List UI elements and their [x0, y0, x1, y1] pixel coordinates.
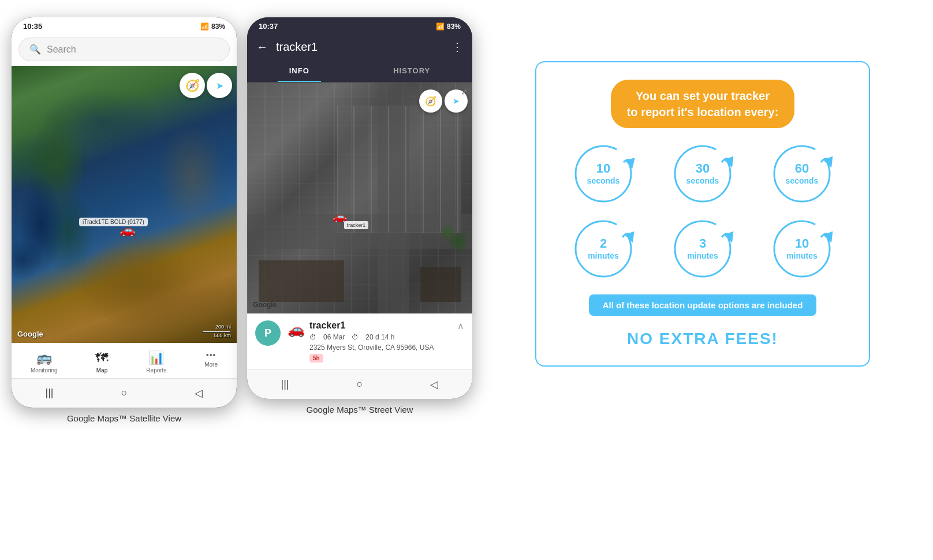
interval-2m: 2 minutes [559, 217, 647, 281]
phone2-status-icons: 📶 83% [436, 23, 461, 31]
monitoring-label: Monitoring [31, 367, 58, 374]
navigate-icon: ➤ [216, 80, 223, 91]
phone1-status-icons: 📶 83% [200, 23, 225, 31]
building-1 [259, 260, 344, 302]
scale-bottom: 500 km [214, 333, 231, 338]
tracker-tabs: INFO HISTORY [247, 61, 472, 83]
tracker-info-content: 🚗 tracker1 ⏱ 06 Mar ⏱ 20 d 14 h 2325 Mye… [288, 320, 450, 363]
phone2-caption: Google Maps™ Street View [307, 399, 413, 417]
interval-10m: 10 minutes [758, 217, 846, 281]
nav-more[interactable]: ••• More [199, 348, 223, 376]
car-device-icon: 🚗 [288, 322, 305, 338]
interval-10s-text: 10 seconds [587, 161, 620, 186]
tracker-pin-satellite: 🚗 [120, 223, 135, 238]
search-bar[interactable]: 🔍 Search [18, 38, 230, 61]
compass-button-2[interactable]: 🧭 [419, 89, 442, 113]
android-back[interactable]: ||| [34, 384, 65, 402]
monitoring-icon: 🚌 [36, 350, 52, 365]
street-map[interactable]: 🧭 ➤ 🚗 tracker1 Google ⤢ [247, 83, 472, 313]
tracker-details: tracker1 ⏱ 06 Mar ⏱ 20 d 14 h 2325 Myers… [309, 320, 450, 363]
no-fees-text: NO EXTRA FEES! [627, 330, 778, 348]
phones-container: 10:35 📶 83% 🔍 Search 🧭 [12, 12, 472, 425]
interval-10s-value: 10 [587, 161, 620, 176]
phone1-wrapper: 10:35 📶 83% 🔍 Search 🧭 [12, 12, 237, 425]
tab-info[interactable]: INFO [278, 61, 321, 82]
headline-text: You can set your trackerto report it's l… [627, 89, 779, 118]
android-nav-2: ||| ○ ◁ [247, 369, 472, 399]
search-bar-container: 🔍 Search [12, 33, 237, 66]
navigate-button[interactable]: ➤ [207, 73, 232, 98]
phone1-wifi-icon: 📶 [200, 23, 209, 31]
tracker-avatar: P [255, 320, 281, 346]
compass-icon-2: 🧭 [425, 96, 436, 107]
back-button[interactable]: ← [256, 40, 268, 54]
circle-2m-container: 2 minutes [572, 217, 635, 281]
phone2-wifi-icon: 📶 [436, 23, 445, 31]
circle-10m-container: 10 minutes [770, 217, 834, 281]
parking-lines [337, 106, 461, 233]
duration-icon: ⏱ [352, 333, 359, 341]
android-back-2[interactable]: ||| [270, 376, 301, 393]
nav-map[interactable]: 🗺 Map [89, 348, 114, 376]
search-icon: 🔍 [29, 44, 41, 55]
tracker-date: 06 Mar [323, 333, 345, 341]
interval-3m-text: 3 minutes [687, 236, 718, 261]
android-recent-2[interactable]: ◁ [419, 376, 450, 393]
interval-60s: 60 seconds [758, 142, 846, 206]
compass-button[interactable]: 🧭 [180, 73, 205, 98]
interval-10m-unit: minutes [786, 251, 818, 261]
map-icon: 🗺 [95, 350, 108, 365]
interval-2m-unit: minutes [588, 251, 619, 261]
interval-3m: 3 minutes [659, 217, 747, 281]
google-watermark-street: Google [253, 301, 277, 309]
reports-icon: 📊 [148, 350, 164, 365]
circle-10s-container: 10 seconds [572, 142, 635, 206]
tracker-address: 2325 Myers St, Oroville, CA 95966, USA [309, 344, 450, 352]
interval-3m-unit: minutes [687, 251, 718, 261]
headline-banner: You can set your trackerto report it's l… [611, 80, 795, 128]
phone1-status-bar: 10:35 📶 83% [12, 17, 237, 33]
info-panel: You can set your trackerto report it's l… [484, 12, 921, 416]
tracker-info-panel: P 🚗 tracker1 ⏱ 06 Mar ⏱ 20 d 14 h [247, 313, 472, 369]
nav-monitoring[interactable]: 🚌 Monitoring [25, 348, 64, 376]
phone2-status-bar: 10:37 📶 83% [247, 17, 472, 33]
no-fees-banner: All of these location update options are… [589, 294, 817, 316]
tree-2 [441, 221, 454, 244]
more-button[interactable]: ⋮ [451, 40, 463, 54]
nav-reports[interactable]: 📊 Reports [140, 348, 172, 376]
interval-30s-value: 30 [686, 161, 719, 176]
map-label: Map [96, 367, 107, 374]
android-nav-1: ||| ○ ◁ [12, 378, 237, 408]
tracker-header: ← tracker1 ⋮ [247, 33, 472, 61]
panel-expand-icon[interactable]: ∧ [457, 320, 464, 331]
reports-label: Reports [146, 367, 166, 374]
navigate-icon-2: ➤ [453, 96, 460, 106]
interval-30s-text: 30 seconds [686, 161, 719, 186]
banner-text: All of these location update options are… [603, 300, 803, 310]
phone2-time: 10:37 [259, 22, 278, 31]
avatar-letter: P [264, 327, 271, 339]
interval-3m-value: 3 [687, 236, 718, 251]
clock-icon: ⏱ [309, 333, 316, 341]
android-home-2[interactable]: ○ [345, 376, 375, 393]
google-watermark-satellite: Google [17, 330, 43, 338]
interval-60s-unit: seconds [786, 176, 819, 186]
interval-2m-text: 2 minutes [588, 236, 619, 261]
phone2-battery: 83% [447, 23, 461, 31]
phone1-caption: Google Maps™ Satellite View [67, 408, 181, 425]
android-home[interactable]: ○ [110, 384, 139, 402]
expand-button[interactable]: ⤢ [461, 87, 468, 96]
desert-terrain [79, 232, 192, 329]
satellite-map[interactable]: 🧭 ➤ iTrack1TE BOLD (0177) 🚗 Google 200 m… [12, 66, 237, 343]
building-2 [420, 267, 461, 302]
tracker-title: tracker1 [276, 40, 443, 54]
tab-history[interactable]: HISTORY [382, 61, 442, 82]
phone2-mockup: 10:37 📶 83% ← tracker1 ⋮ INFO HISTORY [247, 17, 472, 399]
more-label: More [204, 361, 218, 368]
circle-3m-container: 3 minutes [671, 217, 734, 281]
android-recent[interactable]: ◁ [183, 384, 214, 402]
tracker-name-row: tracker1 [309, 320, 450, 331]
interval-30s-unit: seconds [686, 176, 719, 186]
interval-10s: 10 seconds [559, 142, 647, 206]
circle-30s-container: 30 seconds [671, 142, 734, 206]
